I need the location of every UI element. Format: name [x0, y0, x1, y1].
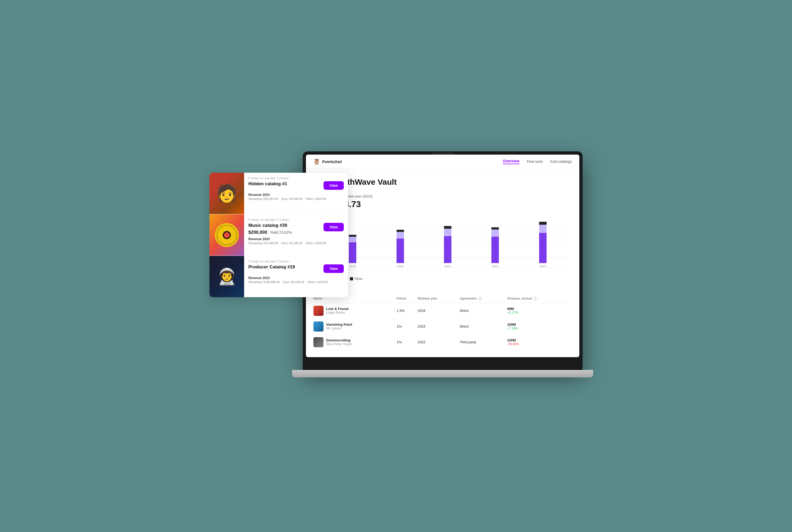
track-streams-2: 100M -26.68%: [507, 334, 572, 350]
bar-sync-1: [397, 232, 404, 239]
legend-other: Other: [350, 277, 363, 281]
card-title-3: Producer Catalog #19: [248, 264, 295, 270]
chart-tabs: 5Y Max: [313, 217, 572, 223]
card-meta-2: 9 songs | w. avg age: 5.3 years: [248, 218, 344, 221]
card-view-btn-3[interactable]: View: [324, 264, 344, 273]
card-content-1: 9 songs | w. avg age: 5.3 years Hidden c…: [244, 173, 348, 214]
streams-value-2: 100M: [507, 338, 572, 342]
streams-value-0: 89M: [507, 307, 572, 311]
track-thumb-1: [313, 321, 324, 331]
catalog-card-2: 9 songs | w. avg age: 5.3 years Music ca…: [210, 214, 348, 256]
card-revenue-detail-2: Streaming: €15,488.09 Sync: €4,108.29 Ot…: [248, 242, 344, 245]
col-release-year: Release year: [418, 297, 460, 303]
catalog-cards-panel: 🧑 9 songs | w. avg age: 5.3 years Hidden…: [210, 173, 348, 297]
card-image-2: [210, 214, 244, 255]
bar-label-1: 2020: [397, 265, 403, 268]
bar-stack-4: [539, 222, 546, 263]
bar-sync-3: [491, 229, 499, 237]
bar-sync-4: [539, 225, 546, 233]
track-title-1: Vanishing Point: [326, 323, 352, 326]
bar-group-0: 2019: [349, 235, 356, 268]
col-agreement: Agreement i: [460, 297, 507, 303]
track-points-2: 1%: [397, 334, 418, 350]
track-name-cell-0: Lost & Found Logan Pierce: [313, 303, 397, 319]
track-artist-1: Mr. Lumos: [326, 326, 352, 330]
card-view-btn-2[interactable]: View: [324, 223, 344, 231]
nav-finetune[interactable]: Fine-tune: [527, 159, 543, 164]
track-agreement-0: Direct: [460, 303, 507, 319]
card-thumbnail-2: [210, 214, 244, 255]
streams-change-0: +2.37%: [507, 311, 572, 315]
app-nav: Overview Fine-tune Sub-catalogs: [503, 159, 572, 164]
track-streams-1: 109M +7.39%: [507, 319, 572, 334]
streams-info-icon[interactable]: i: [534, 297, 537, 301]
bar-sync-2: [444, 229, 451, 236]
revenue-change: +5.21% previous year: [313, 210, 572, 214]
legend-label-other: Other: [354, 277, 363, 281]
tracks-table: Name Points Release year Agreement i Str…: [313, 297, 572, 350]
bar-other-0: [349, 235, 356, 237]
bar-other-1: [397, 230, 404, 232]
laptop-base: [292, 370, 593, 377]
card-header-row-3: Producer Catalog #19 View: [248, 264, 344, 271]
nav-subcatalogs[interactable]: Sub-catalogs: [550, 159, 572, 164]
card-thumbnail-1: 🧑: [210, 173, 244, 214]
card-image-3: 👨‍🚀: [210, 256, 244, 297]
track-thumb-0: [313, 306, 324, 316]
track-points-0: 1,5%: [397, 303, 418, 319]
track-title-2: Doomscrolling: [326, 338, 352, 342]
bar-stack-3: [491, 227, 499, 263]
track-name-cell-1: Vanishing Point Mr. Lumos: [313, 319, 397, 334]
bar-other-4: [539, 222, 546, 225]
bar-group-2: 2021: [444, 226, 451, 268]
track-streams-0: 89M +2.37%: [507, 303, 572, 319]
bar-sync-0: [349, 237, 356, 242]
app-header: 🦉 PointsOwl Overview Fine-tune Sub-catal…: [306, 155, 579, 169]
bar-streams-1: [397, 239, 404, 263]
track-agreement-2: Third party: [460, 334, 507, 350]
agreement-info-icon[interactable]: i: [478, 297, 482, 301]
track-release-1: 2019: [418, 319, 460, 334]
card-yield-2: Yield 23.62%: [270, 230, 292, 234]
bar-streams-3: [491, 237, 499, 263]
bar-group-3: 2022: [491, 227, 499, 268]
bar-stack-2: [444, 226, 451, 263]
col-streams: Streams, annual i: [507, 297, 572, 303]
col-points: Points: [397, 297, 418, 303]
revenue-amount: €114,423.73: [313, 200, 572, 209]
card-view-btn-1[interactable]: View: [324, 181, 344, 190]
card-header-row-1: Hidden catalog #1 View: [248, 181, 344, 188]
bar-label-2: 2021: [444, 265, 451, 268]
bar-stack-0: [349, 235, 356, 263]
track-points-1: 1%: [397, 319, 418, 334]
laptop-notch: [432, 152, 453, 155]
card-thumbnail-3: 👨‍🚀: [210, 256, 244, 297]
revenue-label: Revenue, last full reported year (2023): [313, 194, 572, 198]
bar-label-3: 2022: [492, 265, 498, 268]
card-revenue-detail-1: Streaming: €26,391.00 Sync: €4,108.29 Ot…: [248, 197, 344, 201]
tracks-section-title: Tracks: [313, 286, 572, 293]
nav-overview[interactable]: Overview: [503, 159, 519, 164]
legend-dot-other: [350, 277, 353, 280]
bar-other-2: [444, 226, 451, 229]
track-release-0: 2018: [418, 303, 460, 319]
streams-change-2: -26.68%: [507, 342, 572, 346]
track-title-0: Lost & Found: [326, 307, 349, 311]
col-name: Name: [313, 297, 397, 303]
logo-icon: 🦉: [313, 158, 320, 165]
catalog-card-3: 👨‍🚀 9 songs | w. avg age: 5.3 years Prod…: [210, 256, 348, 297]
card-image-1: 🧑: [210, 173, 244, 214]
track-name-cell-2: Doomscrolling Nina Torsk, Snazz: [313, 334, 397, 350]
track-row-1: Vanishing Point Mr. Lumos 1% 2019 Direct…: [313, 319, 572, 334]
card-content-2: 9 songs | w. avg age: 5.3 years Music ca…: [244, 214, 348, 255]
bar-group-1: 2020: [397, 230, 404, 268]
bar-streams-0: [349, 242, 356, 263]
chart-container: €120k €90k €60k €30k 0: [313, 226, 572, 274]
card-header-row-2: Music catalog #39 View: [248, 223, 344, 229]
bar-streams-4: [539, 233, 546, 263]
track-thumb-2: [313, 337, 324, 347]
track-artist-0: Logan Pierce: [326, 311, 349, 315]
card-revenue-label-3: Revenue 2023: [248, 276, 344, 280]
bar-group-4: 2023: [539, 222, 546, 268]
app-logo: 🦉 PointsOwl: [313, 158, 342, 165]
